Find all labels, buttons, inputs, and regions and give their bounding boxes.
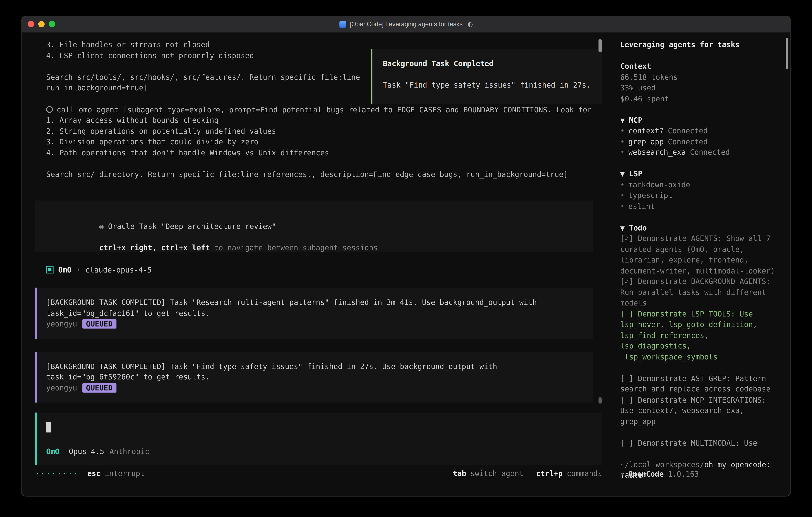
agent-model: claude-opus-4-5: [85, 266, 152, 274]
bullet-icon: •: [620, 180, 625, 189]
terminal-window: [OpenCode] Leveraging agents for tasks ◐…: [21, 16, 791, 497]
tool-call-detail-line: [46, 158, 612, 169]
tool-call-line: call_omo_agent [subagent_type=explore, p…: [57, 104, 591, 115]
context-tokens: 66,518 tokens: [620, 72, 783, 82]
workspace-path-prefix: ~/local-workspaces/: [620, 460, 704, 468]
status-badge: QUEUED: [82, 383, 116, 392]
task-message-text: [BACKGROUND TASK COMPLETED] Task "Resear…: [46, 297, 584, 319]
terminal-main-pane: Background Task Completed Task "Find typ…: [22, 33, 612, 497]
esc-key-label: interrupt: [105, 468, 144, 479]
todo-item: [ ] Demonstrate AST-GREP: Pattern search…: [620, 373, 783, 394]
input-footer: OmO Opus 4.5 Anthropic: [46, 446, 591, 457]
notification-body: Task "Find type safety issues" finished …: [383, 80, 591, 90]
app-name: OpenCode: [628, 470, 664, 478]
session-sidebar: Leveraging agents for tasks Context 66,5…: [612, 33, 790, 497]
workspace-repo: oh-my-opencode:: [704, 460, 771, 468]
agent-checkbox-icon: [46, 266, 54, 273]
oracle-hint-text: to navigate between subagent sessions: [210, 243, 378, 252]
lsp-item: •markdown-oxide: [620, 179, 783, 190]
status-bar: ········ esc interrupt tab switch agent …: [35, 468, 602, 479]
todo-heading[interactable]: ▼ Todo: [620, 222, 783, 233]
context-used: 33% used: [620, 82, 783, 93]
notification-title: Background Task Completed: [383, 58, 591, 69]
window-title: [OpenCode] Leveraging agents for tasks ◐: [22, 20, 791, 28]
tool-call-detail-line: 1. Array access without bounds checking: [46, 115, 612, 126]
agent-name: OmO: [58, 266, 71, 274]
window-title-text: [OpenCode] Leveraging agents for tasks: [350, 20, 463, 28]
todo-item: [ ] Demonstrate MULTIMODAL: Use: [620, 437, 783, 448]
todo-item: [✓] Demonstrate BACKGROUND AGENTS: Run p…: [620, 276, 783, 308]
bullet-icon: •: [620, 137, 625, 146]
chevron-down-icon: ▼: [620, 169, 625, 178]
half-circle-icon: ◐: [467, 20, 473, 28]
sidebar-scrollbar-thumb[interactable]: [786, 38, 788, 70]
tool-call-detail-line: Search src/ directory. Return specific f…: [46, 169, 612, 180]
task-message: [BACKGROUND TASK COMPLETED] Task "Resear…: [35, 288, 593, 339]
mcp-section: ▼ MCP •context7Connected •grep_appConnec…: [620, 115, 783, 158]
task-message-text: [BACKGROUND TASK COMPLETED] Task "Find t…: [46, 361, 584, 382]
input-agent-name: OmO: [46, 446, 59, 457]
input-provider-name: Anthropic: [110, 446, 149, 457]
document-icon: [339, 21, 346, 28]
spinner-dots: ········: [35, 468, 79, 479]
text-cursor: [46, 422, 51, 433]
bullet-icon: •: [620, 202, 625, 210]
agent-separator: ·: [76, 266, 81, 274]
tool-call-detail-line: 4. Path operations that don't handle Win…: [46, 147, 612, 158]
session-title: Leveraging agents for tasks: [620, 39, 783, 50]
lsp-section: ▼ LSP •markdown-oxide •typescript •eslin…: [620, 168, 783, 212]
context-heading: Context: [620, 61, 783, 72]
window-titlebar[interactable]: [OpenCode] Leveraging agents for tasks ◐: [22, 16, 791, 32]
esc-key-hint: esc: [87, 468, 100, 479]
agent-header: OmO · claude-opus-4-5: [46, 264, 612, 275]
status-badge: QUEUED: [82, 319, 116, 329]
todo-item: [✓] Demonstrate AGENTS: Show all 7 curat…: [620, 233, 783, 276]
output-line: 3. File handles or streams not closed: [46, 39, 612, 50]
sidebar-footer: •OpenCode1.0.163: [620, 469, 699, 480]
lsp-item: •eslint: [620, 201, 783, 212]
chevron-down-icon: ▼: [620, 116, 625, 124]
mcp-heading[interactable]: ▼ MCP: [620, 115, 783, 126]
tool-call-detail-line: 2. String operations on potentially unde…: [46, 126, 612, 137]
tab-key-label: switch agent: [470, 468, 523, 479]
oracle-task-panel[interactable]: ◉ Oracle Task "Deep architecture review"…: [35, 200, 593, 252]
background-task-notification[interactable]: Background Task Completed Task "Find typ…: [371, 49, 602, 104]
bullet-icon: •: [620, 470, 625, 478]
task-message: [BACKGROUND TASK COMPLETED] Task "Find t…: [35, 351, 593, 403]
bullet-icon: •: [620, 127, 625, 135]
ctrl-p-key-label: commands: [567, 468, 602, 479]
todo-item: [ ] Demonstrate LSP TOOLS: Use lsp_hover…: [620, 308, 783, 362]
chevron-down-icon: ▼: [620, 223, 625, 232]
message-author: yeongyu: [46, 319, 77, 329]
context-spent: $0.46 spent: [620, 93, 783, 104]
main-scrollbar-thumb[interactable]: [599, 39, 602, 52]
desktop: [OpenCode] Leveraging agents for tasks ◐…: [0, 0, 812, 517]
fisheye-icon: ◉: [99, 222, 104, 230]
lsp-heading[interactable]: ▼ LSP: [620, 168, 783, 179]
lsp-item: •typescript: [620, 190, 783, 201]
bullet-icon: •: [620, 148, 625, 156]
message-author: yeongyu: [46, 382, 77, 393]
todo-section: ▼ Todo [✓] Demonstrate AGENTS: Show all …: [620, 222, 783, 448]
context-section: Context 66,518 tokens 33% used $0.46 spe…: [620, 61, 783, 104]
mcp-item: •context7Connected: [620, 125, 783, 136]
todo-item: [ ] Demonstrate MCP INTEGRATIONS: Use co…: [620, 394, 783, 427]
oracle-task-title: Oracle Task "Deep architecture review": [108, 222, 276, 230]
prompt-input[interactable]: OmO Opus 4.5 Anthropic: [35, 412, 602, 465]
input-model-name: Opus 4.5: [69, 446, 104, 457]
app-version: 1.0.163: [668, 470, 699, 478]
main-scrollbar-thumb-lower[interactable]: [599, 397, 602, 404]
mcp-item: •grep_appConnected: [620, 136, 783, 147]
mcp-item: •websearch_exaConnected: [620, 147, 783, 158]
bullet-icon: •: [620, 191, 625, 199]
gear-icon: [46, 106, 53, 113]
oracle-hint-keys: ctrl+x right, ctrl+x left: [99, 243, 210, 252]
tab-key-hint: tab: [453, 468, 466, 479]
tool-call-detail-line: 3. Division operations that could divide…: [46, 137, 612, 147]
ctrl-p-key-hint: ctrl+p: [536, 468, 563, 479]
